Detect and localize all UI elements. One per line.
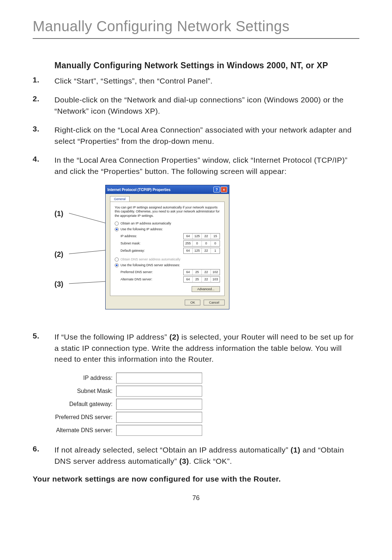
- radio-obtain-ip[interactable]: Obtain an IP address automatically: [115, 222, 220, 226]
- radio-use-ip[interactable]: Use the following IP address:: [115, 227, 220, 231]
- radio-label: Obtain an IP address automatically: [121, 222, 171, 225]
- dialog-body: General You can get IP settings assigned…: [106, 194, 229, 309]
- svg-line-0: [69, 213, 105, 223]
- blank-cell: [116, 399, 202, 410]
- row-label: Default gateway:: [33, 401, 116, 407]
- page-number: 76: [33, 494, 359, 502]
- steps-list: 1. Click “Start”, “Settings”, then “Cont…: [33, 76, 359, 177]
- field-ip-address: IP address: 64 125 22 15: [121, 233, 220, 239]
- radio-icon: [115, 222, 119, 226]
- ip-input[interactable]: 64 125 22 15: [183, 233, 220, 239]
- step-text: Right-click on the “Local Area Connectio…: [54, 125, 359, 147]
- radio-obtain-dns: Obtain DNS server address automatically: [115, 257, 220, 261]
- table-row: IP address:: [33, 373, 359, 384]
- horizontal-rule: [33, 38, 359, 39]
- ip-input[interactable]: 64 25 22 102: [183, 269, 220, 275]
- blank-cell: [116, 386, 202, 397]
- ip-input[interactable]: 255 0 0 0: [183, 240, 220, 247]
- dialog-panel: You can get IP settings assigned automat…: [110, 202, 225, 296]
- callout-3: (3): [54, 280, 63, 288]
- callout-ref: (1): [291, 446, 301, 454]
- advanced-button[interactable]: Advanced...: [192, 286, 220, 292]
- svg-line-2: [69, 281, 105, 284]
- table-row: Alternate DNS server:: [33, 425, 359, 436]
- blank-entry-table: IP address: Subnet Mask: Default gateway…: [33, 373, 359, 436]
- section-title: Manually Configuring Network Settings in…: [54, 61, 359, 70]
- table-row: Preferred DNS server:: [33, 412, 359, 423]
- steps-list-cont: 5. If “Use the following IP address” (2)…: [33, 332, 359, 365]
- blank-cell: [116, 373, 202, 384]
- step-text: If “Use the following IP address” (2) is…: [54, 332, 359, 365]
- callout-1: (1): [54, 210, 63, 218]
- step-number: 3.: [33, 125, 54, 147]
- cancel-button[interactable]: Cancel: [204, 300, 225, 305]
- dns-group: Obtain DNS server address automatically …: [115, 257, 220, 283]
- dialog-buttons: OK Cancel: [110, 300, 225, 305]
- tab-general[interactable]: General: [110, 196, 130, 202]
- step-text: Click “Start”, “Settings”, then “Control…: [54, 76, 359, 86]
- field-alternate-dns: Alternate DNS server: 64 25 22 103: [121, 276, 220, 283]
- row-label: IP address:: [33, 375, 116, 381]
- field-label: IP address:: [121, 234, 183, 238]
- ip-input[interactable]: 64 125 22 1: [183, 248, 220, 254]
- step-number: 4.: [33, 155, 54, 177]
- field-label: Subnet mask:: [121, 242, 183, 245]
- page-title: Manually Configuring Network Settings: [33, 18, 359, 35]
- help-icon[interactable]: ?: [213, 187, 220, 192]
- radio-use-dns[interactable]: Use the following DNS server addresses:: [115, 263, 220, 267]
- table-row: Subnet Mask:: [33, 386, 359, 397]
- callout-2: (2): [54, 250, 63, 259]
- steps-list-cont2: 6. If not already selected, select “Obta…: [33, 445, 359, 467]
- document-page: Manually Configuring Network Settings Ma…: [0, 0, 392, 524]
- dialog-titlebar: Internet Protocol (TCP/IP) Properties ? …: [106, 185, 229, 194]
- callout-lines-icon: [69, 185, 105, 323]
- field-label: Preferred DNS server:: [121, 270, 183, 274]
- step-number: 2.: [33, 94, 54, 117]
- step-4: 4. In the “Local Area Connection Propert…: [33, 155, 359, 177]
- closing-text: Your network settings are now configured…: [33, 475, 359, 483]
- radio-icon: [115, 227, 119, 231]
- row-label: Subnet Mask:: [33, 388, 116, 394]
- field-preferred-dns: Preferred DNS server: 64 25 22 102: [121, 269, 220, 275]
- step-2: 2. Double-click on the “Network and dial…: [33, 94, 359, 117]
- svg-line-1: [69, 250, 105, 254]
- blank-cell: [116, 425, 202, 436]
- step-5: 5. If “Use the following IP address” (2)…: [33, 332, 359, 365]
- field-label: Alternate DNS server:: [121, 277, 183, 281]
- callout-column: (1) (2) (3): [54, 185, 105, 323]
- step-text: If not already selected, select “Obtain …: [54, 445, 359, 467]
- blank-cell: [116, 412, 202, 423]
- callout-ref: (2): [170, 333, 179, 341]
- radio-label: Obtain DNS server address automatically: [121, 257, 180, 261]
- advanced-row: Advanced...: [115, 286, 220, 292]
- ip-input[interactable]: 64 25 22 103: [183, 276, 220, 283]
- step-3: 3. Right-click on the “Local Area Connec…: [33, 125, 359, 147]
- radio-label: Use the following DNS server addresses:: [121, 263, 180, 267]
- step-text: Double-click on the “Network and dial-up…: [54, 94, 359, 117]
- step-text: In the “Local Area Connection Properties…: [54, 155, 359, 177]
- step-number: 1.: [33, 76, 54, 86]
- radio-icon: [115, 257, 119, 261]
- close-icon[interactable]: ×: [221, 187, 227, 192]
- dialog-info-text: You can get IP settings assigned automat…: [115, 206, 220, 218]
- row-label: Alternate DNS server:: [33, 427, 116, 434]
- ok-button[interactable]: OK: [185, 300, 200, 305]
- dialog-figure: (1) (2) (3) Internet Protocol (TCP/IP) P…: [54, 185, 359, 323]
- callout-ref: (3): [179, 457, 189, 465]
- row-label: Preferred DNS server:: [33, 414, 116, 421]
- step-1: 1. Click “Start”, “Settings”, then “Cont…: [33, 76, 359, 86]
- tcpip-properties-dialog: Internet Protocol (TCP/IP) Properties ? …: [105, 185, 229, 309]
- field-label: Default gateway:: [121, 249, 183, 252]
- step-6: 6. If not already selected, select “Obta…: [33, 445, 359, 467]
- radio-label: Use the following IP address:: [121, 227, 163, 231]
- radio-icon: [115, 263, 119, 267]
- step-number: 5.: [33, 332, 54, 365]
- table-row: Default gateway:: [33, 399, 359, 410]
- step-number: 6.: [33, 445, 54, 467]
- field-default-gateway: Default gateway: 64 125 22 1: [121, 248, 220, 254]
- field-subnet-mask: Subnet mask: 255 0 0 0: [121, 240, 220, 247]
- dialog-title: Internet Protocol (TCP/IP) Properties: [107, 188, 213, 192]
